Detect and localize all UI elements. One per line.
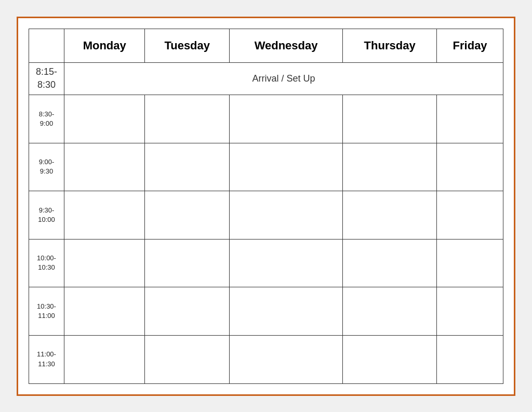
time-930-1000: 9:30-10:00	[29, 191, 64, 240]
header-time	[29, 29, 64, 62]
cell-fri-830[interactable]	[437, 95, 503, 143]
cell-tue-930[interactable]	[145, 191, 230, 240]
timeslot-row-4: 10:00-10:30	[29, 239, 503, 287]
cell-tue-1000[interactable]	[145, 239, 230, 287]
header-friday: Friday	[437, 29, 503, 62]
cell-mon-930[interactable]	[64, 191, 145, 240]
timeslot-row-1: 8:30-9:00	[29, 95, 503, 143]
cell-tue-1030[interactable]	[145, 287, 230, 336]
arrival-label: Arrival / Set Up	[64, 62, 503, 95]
cell-fri-1000[interactable]	[437, 239, 503, 287]
header-thursday: Thursday	[343, 29, 437, 62]
cell-wed-1030[interactable]	[230, 287, 343, 336]
time-830-900: 8:30-9:00	[29, 95, 64, 143]
cell-wed-900[interactable]	[230, 143, 343, 191]
cell-mon-1100[interactable]	[64, 335, 145, 383]
arrival-row: 8:15-8:30 Arrival / Set Up	[29, 62, 503, 95]
time-1030-1100: 10:30-11:00	[29, 287, 64, 336]
cell-tue-830[interactable]	[145, 95, 230, 143]
cell-mon-1030[interactable]	[64, 287, 145, 336]
cell-thu-1000[interactable]	[343, 239, 437, 287]
cell-fri-930[interactable]	[437, 191, 503, 240]
timeslot-row-2: 9:00-9:30	[29, 143, 503, 191]
cell-wed-1000[interactable]	[230, 239, 343, 287]
time-1000-1030: 10:00-10:30	[29, 239, 64, 287]
cell-thu-830[interactable]	[343, 95, 437, 143]
cell-wed-930[interactable]	[230, 191, 343, 240]
header-wednesday: Wednesday	[230, 29, 343, 62]
cell-mon-900[interactable]	[64, 143, 145, 191]
cell-wed-1100[interactable]	[230, 335, 343, 383]
page-container: Monday Tuesday Wednesday Thursday Friday…	[17, 17, 515, 396]
cell-thu-1100[interactable]	[343, 335, 437, 383]
timeslot-row-5: 10:30-11:00	[29, 287, 503, 336]
time-1100-1130: 11:00-11:30	[29, 335, 64, 383]
cell-thu-930[interactable]	[343, 191, 437, 240]
cell-thu-900[interactable]	[343, 143, 437, 191]
cell-fri-900[interactable]	[437, 143, 503, 191]
cell-wed-830[interactable]	[230, 95, 343, 143]
cell-fri-1100[interactable]	[437, 335, 503, 383]
cell-fri-1030[interactable]	[437, 287, 503, 336]
cell-tue-900[interactable]	[145, 143, 230, 191]
schedule-table: Monday Tuesday Wednesday Thursday Friday…	[29, 29, 503, 384]
header-row: Monday Tuesday Wednesday Thursday Friday	[29, 29, 503, 62]
cell-tue-1100[interactable]	[145, 335, 230, 383]
cell-mon-830[interactable]	[64, 95, 145, 143]
time-900-930: 9:00-9:30	[29, 143, 64, 191]
cell-thu-1030[interactable]	[343, 287, 437, 336]
header-monday: Monday	[64, 29, 145, 62]
timeslot-row-3: 9:30-10:00	[29, 191, 503, 240]
cell-mon-1000[interactable]	[64, 239, 145, 287]
arrival-time: 8:15-8:30	[29, 62, 64, 95]
header-tuesday: Tuesday	[145, 29, 230, 62]
timeslot-row-6: 11:00-11:30	[29, 335, 503, 383]
